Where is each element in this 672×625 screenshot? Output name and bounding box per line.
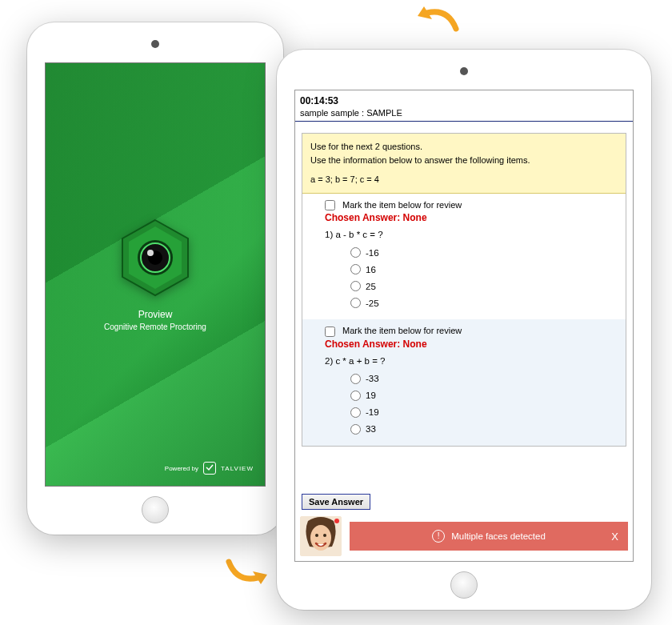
tablet-device-left: Proview Cognitive Remote Proctoring Powe… <box>27 22 283 535</box>
answer-radio[interactable] <box>350 424 361 435</box>
proctor-alert-bar: ! Multiple faces detected X <box>295 515 633 561</box>
mark-for-review-checkbox[interactable] <box>325 327 335 337</box>
swap-arrow-top <box>416 3 464 37</box>
answer-radio[interactable] <box>350 298 361 308</box>
save-row: Save Answer <box>295 491 633 515</box>
talview-mark-icon <box>203 462 216 475</box>
question-block-1: Mark the item below for review Chosen An… <box>302 194 626 320</box>
tablet-camera <box>151 40 159 48</box>
answer-radio[interactable] <box>350 407 361 418</box>
splash-subtitle: Cognitive Remote Proctoring <box>104 323 206 331</box>
answer-text: -16 <box>366 248 379 258</box>
exam-screen: 00:14:53 sample sample : SAMPLE Use for … <box>294 90 634 562</box>
question-stem: 2) c * a + b = ? <box>302 355 626 371</box>
proview-logo <box>120 218 190 298</box>
recording-indicator-icon <box>334 519 339 523</box>
webcam-thumbnail[interactable] <box>300 516 342 556</box>
candidate-label: sample sample : SAMPLE <box>300 108 628 118</box>
chosen-answer-prefix: Chosen Answer: <box>325 212 400 223</box>
tablet-home-button[interactable] <box>450 571 478 599</box>
stimulus-line: Use the information below to answer the … <box>310 154 618 167</box>
powered-by-label: Powered by <box>165 465 198 472</box>
exam-header: 00:14:53 sample sample : SAMPLE <box>295 90 633 122</box>
stimulus-box: Use for the next 2 questions. Use the in… <box>302 134 626 194</box>
answer-radio[interactable] <box>350 247 361 258</box>
mark-for-review-label: Mark the item below for review <box>342 200 462 210</box>
mark-for-review-checkbox[interactable] <box>325 200 335 210</box>
svg-point-5 <box>147 250 154 256</box>
chosen-answer: Chosen Answer: None <box>302 339 626 355</box>
answer-option[interactable]: -33 <box>350 371 626 387</box>
answer-options: -16 16 25 -25 <box>302 244 626 311</box>
answer-text: 25 <box>366 282 376 291</box>
answer-text: -33 <box>366 374 379 383</box>
answer-option[interactable]: 33 <box>350 421 626 438</box>
powered-by: Powered by TALVIEW <box>165 462 254 475</box>
tablet-camera <box>460 67 468 75</box>
splash-title: Proview <box>138 309 173 320</box>
stimulus-data: a = 3; b = 7; c = 4 <box>310 173 618 186</box>
answer-option[interactable]: -19 <box>350 404 626 421</box>
answer-options: -33 19 -19 33 <box>302 371 626 438</box>
answer-text: 33 <box>366 424 376 434</box>
stimulus-line: Use for the next 2 questions. <box>310 140 618 154</box>
answer-text: -25 <box>366 298 379 308</box>
answer-text: -19 <box>366 407 379 417</box>
answer-radio[interactable] <box>350 391 361 401</box>
answer-option[interactable]: -16 <box>350 244 626 261</box>
chosen-answer: Chosen Answer: None <box>302 212 626 228</box>
mark-for-review-label: Mark the item below for review <box>342 326 462 335</box>
question-block-2: Mark the item below for review Chosen An… <box>302 319 626 446</box>
answer-option[interactable]: 25 <box>350 278 626 294</box>
svg-point-8 <box>315 534 318 537</box>
alert-message: Multiple faces detected <box>451 531 546 541</box>
alert-icon: ! <box>432 530 445 543</box>
answer-radio[interactable] <box>350 264 361 274</box>
chosen-answer-value: None <box>403 339 427 350</box>
alert-close-button[interactable]: X <box>611 531 618 543</box>
answer-radio[interactable] <box>350 374 361 384</box>
answer-text: 19 <box>366 391 376 400</box>
swap-arrow-bottom <box>221 554 269 587</box>
save-answer-button[interactable]: Save Answer <box>302 494 370 510</box>
mark-for-review-row: Mark the item below for review <box>302 323 626 339</box>
alert-banner: ! Multiple faces detected X <box>350 522 628 551</box>
splash-screen: Proview Cognitive Remote Proctoring Powe… <box>45 62 266 487</box>
tablet-home-button[interactable] <box>142 496 169 523</box>
chosen-answer-value: None <box>403 212 427 223</box>
powered-by-brand: TALVIEW <box>221 465 254 472</box>
svg-point-9 <box>323 534 326 537</box>
exam-body: Use for the next 2 questions. Use the in… <box>295 122 633 491</box>
answer-option[interactable]: 16 <box>350 261 626 278</box>
answer-option[interactable]: -25 <box>350 294 626 311</box>
mark-for-review-row: Mark the item below for review <box>302 197 626 213</box>
question-panel: Use for the next 2 questions. Use the in… <box>302 133 626 447</box>
exam-timer: 00:14:53 <box>300 95 628 106</box>
tablet-device-right: 00:14:53 sample sample : SAMPLE Use for … <box>277 50 651 610</box>
answer-radio[interactable] <box>350 281 361 291</box>
question-stem: 1) a - b * c = ? <box>302 228 626 244</box>
answer-text: 16 <box>366 265 376 274</box>
answer-option[interactable]: 19 <box>350 387 626 404</box>
chosen-answer-prefix: Chosen Answer: <box>325 339 400 350</box>
